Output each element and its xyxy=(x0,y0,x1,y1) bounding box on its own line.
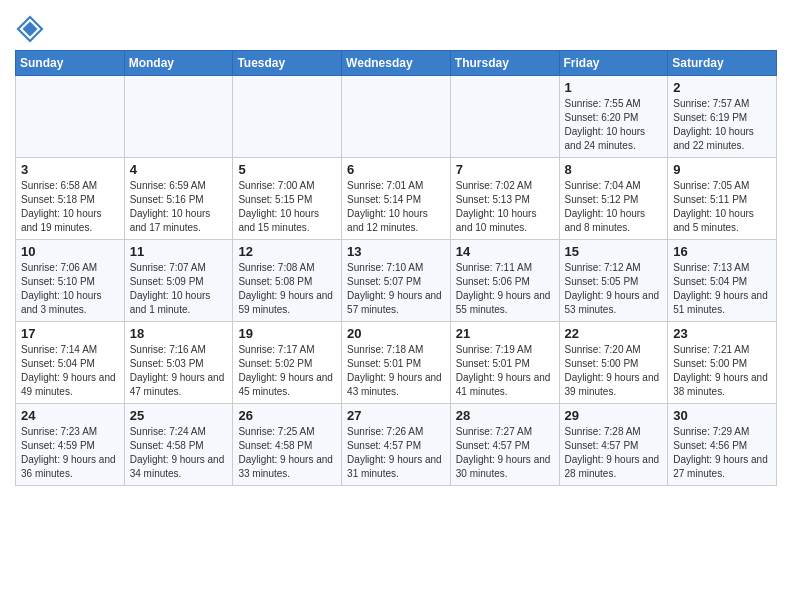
day-info: Sunrise: 7:24 AM Sunset: 4:58 PM Dayligh… xyxy=(130,425,228,481)
day-cell: 4Sunrise: 6:59 AM Sunset: 5:16 PM Daylig… xyxy=(124,158,233,240)
day-cell: 22Sunrise: 7:20 AM Sunset: 5:00 PM Dayli… xyxy=(559,322,668,404)
day-number: 20 xyxy=(347,326,445,341)
day-info: Sunrise: 7:17 AM Sunset: 5:02 PM Dayligh… xyxy=(238,343,336,399)
day-number: 5 xyxy=(238,162,336,177)
day-info: Sunrise: 6:58 AM Sunset: 5:18 PM Dayligh… xyxy=(21,179,119,235)
day-cell: 1Sunrise: 7:55 AM Sunset: 6:20 PM Daylig… xyxy=(559,76,668,158)
day-cell: 8Sunrise: 7:04 AM Sunset: 5:12 PM Daylig… xyxy=(559,158,668,240)
day-number: 16 xyxy=(673,244,771,259)
day-info: Sunrise: 7:01 AM Sunset: 5:14 PM Dayligh… xyxy=(347,179,445,235)
day-cell: 10Sunrise: 7:06 AM Sunset: 5:10 PM Dayli… xyxy=(16,240,125,322)
weekday-header-tuesday: Tuesday xyxy=(233,51,342,76)
day-cell: 13Sunrise: 7:10 AM Sunset: 5:07 PM Dayli… xyxy=(342,240,451,322)
page: SundayMondayTuesdayWednesdayThursdayFrid… xyxy=(0,0,792,496)
day-number: 29 xyxy=(565,408,663,423)
day-cell: 15Sunrise: 7:12 AM Sunset: 5:05 PM Dayli… xyxy=(559,240,668,322)
day-cell: 29Sunrise: 7:28 AM Sunset: 4:57 PM Dayli… xyxy=(559,404,668,486)
day-cell: 20Sunrise: 7:18 AM Sunset: 5:01 PM Dayli… xyxy=(342,322,451,404)
day-number: 18 xyxy=(130,326,228,341)
day-number: 8 xyxy=(565,162,663,177)
day-number: 26 xyxy=(238,408,336,423)
day-cell: 11Sunrise: 7:07 AM Sunset: 5:09 PM Dayli… xyxy=(124,240,233,322)
header xyxy=(15,10,777,44)
day-cell: 25Sunrise: 7:24 AM Sunset: 4:58 PM Dayli… xyxy=(124,404,233,486)
day-cell: 24Sunrise: 7:23 AM Sunset: 4:59 PM Dayli… xyxy=(16,404,125,486)
day-info: Sunrise: 7:19 AM Sunset: 5:01 PM Dayligh… xyxy=(456,343,554,399)
day-number: 22 xyxy=(565,326,663,341)
day-cell: 23Sunrise: 7:21 AM Sunset: 5:00 PM Dayli… xyxy=(668,322,777,404)
day-number: 13 xyxy=(347,244,445,259)
day-cell: 7Sunrise: 7:02 AM Sunset: 5:13 PM Daylig… xyxy=(450,158,559,240)
day-info: Sunrise: 7:12 AM Sunset: 5:05 PM Dayligh… xyxy=(565,261,663,317)
day-info: Sunrise: 7:04 AM Sunset: 5:12 PM Dayligh… xyxy=(565,179,663,235)
day-cell: 28Sunrise: 7:27 AM Sunset: 4:57 PM Dayli… xyxy=(450,404,559,486)
day-info: Sunrise: 7:18 AM Sunset: 5:01 PM Dayligh… xyxy=(347,343,445,399)
week-row-5: 24Sunrise: 7:23 AM Sunset: 4:59 PM Dayli… xyxy=(16,404,777,486)
day-number: 11 xyxy=(130,244,228,259)
day-info: Sunrise: 7:07 AM Sunset: 5:09 PM Dayligh… xyxy=(130,261,228,317)
day-number: 10 xyxy=(21,244,119,259)
weekday-header-saturday: Saturday xyxy=(668,51,777,76)
day-cell: 26Sunrise: 7:25 AM Sunset: 4:58 PM Dayli… xyxy=(233,404,342,486)
day-info: Sunrise: 7:27 AM Sunset: 4:57 PM Dayligh… xyxy=(456,425,554,481)
day-number: 28 xyxy=(456,408,554,423)
day-info: Sunrise: 6:59 AM Sunset: 5:16 PM Dayligh… xyxy=(130,179,228,235)
day-number: 24 xyxy=(21,408,119,423)
day-number: 19 xyxy=(238,326,336,341)
day-cell xyxy=(233,76,342,158)
day-info: Sunrise: 7:28 AM Sunset: 4:57 PM Dayligh… xyxy=(565,425,663,481)
day-info: Sunrise: 7:57 AM Sunset: 6:19 PM Dayligh… xyxy=(673,97,771,153)
day-number: 15 xyxy=(565,244,663,259)
day-number: 30 xyxy=(673,408,771,423)
day-info: Sunrise: 7:20 AM Sunset: 5:00 PM Dayligh… xyxy=(565,343,663,399)
weekday-header-row: SundayMondayTuesdayWednesdayThursdayFrid… xyxy=(16,51,777,76)
day-info: Sunrise: 7:29 AM Sunset: 4:56 PM Dayligh… xyxy=(673,425,771,481)
day-number: 23 xyxy=(673,326,771,341)
day-number: 21 xyxy=(456,326,554,341)
weekday-header-wednesday: Wednesday xyxy=(342,51,451,76)
week-row-2: 3Sunrise: 6:58 AM Sunset: 5:18 PM Daylig… xyxy=(16,158,777,240)
day-info: Sunrise: 7:25 AM Sunset: 4:58 PM Dayligh… xyxy=(238,425,336,481)
day-info: Sunrise: 7:21 AM Sunset: 5:00 PM Dayligh… xyxy=(673,343,771,399)
day-info: Sunrise: 7:02 AM Sunset: 5:13 PM Dayligh… xyxy=(456,179,554,235)
day-number: 3 xyxy=(21,162,119,177)
day-info: Sunrise: 7:10 AM Sunset: 5:07 PM Dayligh… xyxy=(347,261,445,317)
day-cell: 30Sunrise: 7:29 AM Sunset: 4:56 PM Dayli… xyxy=(668,404,777,486)
day-info: Sunrise: 7:26 AM Sunset: 4:57 PM Dayligh… xyxy=(347,425,445,481)
day-info: Sunrise: 7:23 AM Sunset: 4:59 PM Dayligh… xyxy=(21,425,119,481)
day-info: Sunrise: 7:13 AM Sunset: 5:04 PM Dayligh… xyxy=(673,261,771,317)
day-cell: 19Sunrise: 7:17 AM Sunset: 5:02 PM Dayli… xyxy=(233,322,342,404)
day-cell: 27Sunrise: 7:26 AM Sunset: 4:57 PM Dayli… xyxy=(342,404,451,486)
calendar-table: SundayMondayTuesdayWednesdayThursdayFrid… xyxy=(15,50,777,486)
day-cell: 14Sunrise: 7:11 AM Sunset: 5:06 PM Dayli… xyxy=(450,240,559,322)
day-cell: 12Sunrise: 7:08 AM Sunset: 5:08 PM Dayli… xyxy=(233,240,342,322)
day-cell: 18Sunrise: 7:16 AM Sunset: 5:03 PM Dayli… xyxy=(124,322,233,404)
day-info: Sunrise: 7:08 AM Sunset: 5:08 PM Dayligh… xyxy=(238,261,336,317)
day-cell: 21Sunrise: 7:19 AM Sunset: 5:01 PM Dayli… xyxy=(450,322,559,404)
day-cell xyxy=(124,76,233,158)
weekday-header-friday: Friday xyxy=(559,51,668,76)
day-number: 6 xyxy=(347,162,445,177)
day-cell: 6Sunrise: 7:01 AM Sunset: 5:14 PM Daylig… xyxy=(342,158,451,240)
weekday-header-sunday: Sunday xyxy=(16,51,125,76)
day-number: 12 xyxy=(238,244,336,259)
day-info: Sunrise: 7:11 AM Sunset: 5:06 PM Dayligh… xyxy=(456,261,554,317)
day-info: Sunrise: 7:14 AM Sunset: 5:04 PM Dayligh… xyxy=(21,343,119,399)
day-number: 9 xyxy=(673,162,771,177)
day-number: 14 xyxy=(456,244,554,259)
day-info: Sunrise: 7:55 AM Sunset: 6:20 PM Dayligh… xyxy=(565,97,663,153)
week-row-3: 10Sunrise: 7:06 AM Sunset: 5:10 PM Dayli… xyxy=(16,240,777,322)
day-info: Sunrise: 7:00 AM Sunset: 5:15 PM Dayligh… xyxy=(238,179,336,235)
weekday-header-thursday: Thursday xyxy=(450,51,559,76)
day-number: 17 xyxy=(21,326,119,341)
weekday-header-monday: Monday xyxy=(124,51,233,76)
week-row-1: 1Sunrise: 7:55 AM Sunset: 6:20 PM Daylig… xyxy=(16,76,777,158)
day-info: Sunrise: 7:16 AM Sunset: 5:03 PM Dayligh… xyxy=(130,343,228,399)
day-cell: 5Sunrise: 7:00 AM Sunset: 5:15 PM Daylig… xyxy=(233,158,342,240)
day-number: 4 xyxy=(130,162,228,177)
day-cell: 3Sunrise: 6:58 AM Sunset: 5:18 PM Daylig… xyxy=(16,158,125,240)
day-cell: 2Sunrise: 7:57 AM Sunset: 6:19 PM Daylig… xyxy=(668,76,777,158)
day-number: 2 xyxy=(673,80,771,95)
day-info: Sunrise: 7:05 AM Sunset: 5:11 PM Dayligh… xyxy=(673,179,771,235)
day-number: 1 xyxy=(565,80,663,95)
